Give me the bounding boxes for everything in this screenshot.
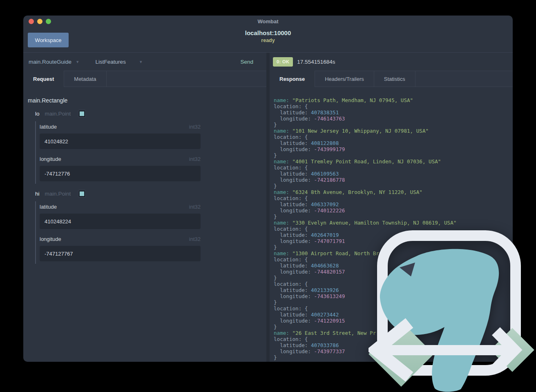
request-form: main.Rectangle lomain.Pointlatitudeint32… bbox=[23, 87, 266, 362]
service-name: main.RouteGuide bbox=[29, 59, 71, 65]
log-line: longitude: -746143763 bbox=[274, 116, 513, 122]
field-type: int32 bbox=[189, 204, 201, 210]
group-name: hi bbox=[35, 191, 40, 197]
request-tabbar: RequestMetadata bbox=[23, 71, 266, 87]
status-badge: 0: OK bbox=[273, 57, 293, 67]
group-type: main.Point bbox=[45, 111, 71, 117]
field-label-row: latitudeint32 bbox=[40, 204, 201, 210]
log-line: } bbox=[274, 122, 513, 128]
field-label-row: longitudeint32 bbox=[40, 156, 201, 162]
message-type-label: main.Rectangle bbox=[28, 97, 266, 104]
request-form-groups: lomain.Pointlatitudeint32longitudeint32h… bbox=[23, 109, 266, 264]
field-type: int32 bbox=[189, 124, 201, 130]
group-fields: latitudeint32longitudeint32 bbox=[35, 121, 201, 184]
response-toolbar: 0: OK 17.554151684s bbox=[270, 53, 513, 71]
group-checkbox[interactable] bbox=[78, 110, 86, 118]
panel-splitter[interactable] bbox=[266, 53, 270, 362]
log-line: name: "330 Evelyn Avenue, Hamilton Towns… bbox=[274, 220, 513, 226]
log-line: location: { bbox=[274, 165, 513, 171]
log-line: name: "Patriots Path, Mendham, NJ 07945,… bbox=[274, 97, 513, 103]
log-line: name: "101 New Jersey 10, Whippany, NJ 0… bbox=[274, 128, 513, 134]
log-line: location: { bbox=[274, 103, 513, 109]
log-line: latitude: 406337092 bbox=[274, 201, 513, 207]
log-line: } bbox=[274, 214, 513, 220]
tab-headers-trailers[interactable]: Headers/Trailers bbox=[315, 71, 374, 87]
field-type: int32 bbox=[189, 236, 201, 242]
tabbar-fill bbox=[107, 71, 267, 87]
wombat-logo bbox=[368, 228, 536, 392]
log-line: latitude: 408122808 bbox=[274, 140, 513, 146]
response-tabbar: ResponseHeaders/TrailersStatistics bbox=[270, 71, 513, 87]
field-label: latitude bbox=[40, 124, 57, 130]
arrow-shaft bbox=[377, 345, 512, 355]
log-line: latitude: 406109563 bbox=[274, 171, 513, 177]
field-type: int32 bbox=[189, 156, 201, 162]
request-toolbar: main.RouteGuide ▾ ListFeatures ▾ Send bbox=[23, 53, 266, 71]
group-checkbox[interactable] bbox=[78, 190, 86, 198]
log-line: name: "6324 8th Avenue, Brooklyn, NY 112… bbox=[274, 189, 513, 195]
field-label: longitude bbox=[40, 236, 61, 242]
checkbox-mark bbox=[80, 192, 84, 196]
server-address: localhost:10000 bbox=[23, 29, 513, 36]
window-title: Wombat bbox=[23, 18, 513, 24]
log-line: name: "4001 Tremley Point Road, Linden, … bbox=[274, 158, 513, 165]
tab-request[interactable]: Request bbox=[23, 71, 64, 87]
log-line: location: { bbox=[274, 134, 513, 140]
response-duration: 17.554151684s bbox=[297, 59, 335, 65]
log-line: location: { bbox=[274, 195, 513, 201]
field-group-lo: lomain.Pointlatitudeint32longitudeint32 bbox=[23, 109, 266, 184]
group-type: main.Point bbox=[45, 191, 71, 197]
tab-response[interactable]: Response bbox=[270, 71, 315, 87]
longitude-input[interactable] bbox=[40, 166, 201, 181]
longitude-input[interactable] bbox=[40, 246, 201, 261]
log-line: } bbox=[274, 183, 513, 189]
log-line: longitude: -743999179 bbox=[274, 146, 513, 152]
log-line: longitude: -740122226 bbox=[274, 207, 513, 214]
log-line: } bbox=[274, 152, 513, 158]
group-header: lomain.Point bbox=[35, 109, 266, 118]
tab-metadata[interactable]: Metadata bbox=[64, 71, 106, 87]
log-line: longitude: -742186778 bbox=[274, 177, 513, 183]
chevron-down-icon: ▾ bbox=[140, 59, 142, 65]
titlebar: Wombat bbox=[23, 16, 513, 27]
service-selector[interactable]: main.RouteGuide ▾ bbox=[29, 59, 79, 65]
log-line: latitude: 407838351 bbox=[274, 109, 513, 116]
server-info: localhost:10000 ready bbox=[23, 29, 513, 43]
method-name: ListFeatures bbox=[96, 59, 126, 65]
latitude-input[interactable] bbox=[40, 214, 201, 229]
tab-statistics[interactable]: Statistics bbox=[374, 71, 415, 87]
chevron-down-icon: ▾ bbox=[76, 59, 79, 65]
group-name: lo bbox=[35, 111, 40, 117]
field-label-row: longitudeint32 bbox=[40, 236, 201, 242]
tabbar-fill bbox=[415, 71, 513, 87]
field-label: longitude bbox=[40, 156, 61, 162]
header: Workspace localhost:10000 ready bbox=[23, 27, 513, 52]
group-header: himain.Point bbox=[35, 189, 266, 198]
field-group-hi: himain.Pointlatitudeint32longitudeint32 bbox=[23, 189, 266, 264]
method-selector[interactable]: ListFeatures ▾ bbox=[96, 59, 142, 65]
send-button[interactable]: Send bbox=[240, 59, 253, 65]
server-status: ready bbox=[23, 38, 513, 43]
checkbox-mark bbox=[80, 111, 84, 116]
latitude-input[interactable] bbox=[40, 134, 201, 149]
field-label-row: latitudeint32 bbox=[40, 124, 201, 130]
field-label: latitude bbox=[40, 204, 57, 210]
request-panel: main.RouteGuide ▾ ListFeatures ▾ Send Re… bbox=[23, 53, 266, 362]
group-fields: latitudeint32longitudeint32 bbox=[35, 201, 201, 264]
